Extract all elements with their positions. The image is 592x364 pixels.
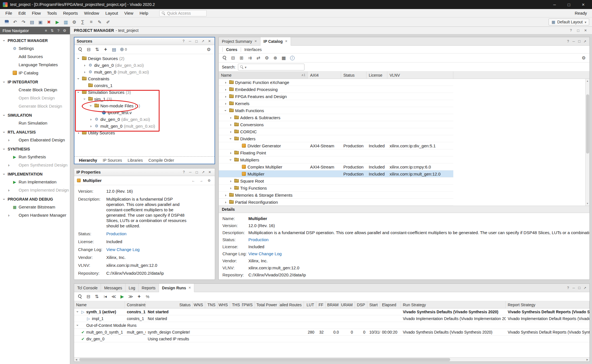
- sources-tab[interactable]: Compile Order: [146, 157, 177, 164]
- expand-arrow-icon[interactable]: [229, 151, 233, 155]
- redo-icon[interactable]: [20, 19, 27, 26]
- copy-icon[interactable]: [37, 19, 44, 26]
- flow-nav-entry[interactable]: Run Synthesis: [0, 153, 70, 161]
- column-header[interactable]: Name: [74, 301, 125, 308]
- help-icon[interactable]: [181, 170, 187, 175]
- expand-arrow-icon[interactable]: [229, 158, 233, 162]
- column-header[interactable]: Run Strategy: [401, 301, 506, 308]
- maximize-icon[interactable]: [575, 28, 581, 33]
- source-tree-row[interactable]: Design Sources (2): [74, 55, 215, 62]
- horizontal-scrollbar[interactable]: [74, 357, 589, 361]
- source-tree-row[interactable]: Simulation Sources (3): [74, 89, 215, 96]
- expand-arrow-icon[interactable]: [77, 77, 80, 81]
- source-tree-row[interactable]: mult_gen_0 (mult_gen_0.xci): [74, 68, 215, 75]
- bottom-tab[interactable]: Tcl Console: [74, 284, 101, 292]
- column-header[interactable]: TNS: [205, 301, 218, 308]
- minimize-icon[interactable]: [549, 0, 560, 9]
- expand-arrow-icon[interactable]: [77, 90, 80, 94]
- expand-arrow-icon[interactable]: [224, 87, 227, 92]
- editor-tab[interactable]: IP Catalog: [260, 37, 291, 46]
- expand-arrow-icon[interactable]: [224, 80, 227, 85]
- close-icon[interactable]: [583, 28, 588, 33]
- column-header[interactable]: THS: [230, 301, 242, 308]
- ip-catalog-row[interactable]: Complex Multiplier AXI4-Stream Productio…: [219, 163, 453, 170]
- help-icon[interactable]: [568, 28, 574, 33]
- grid-view-icon[interactable]: [280, 54, 288, 61]
- float-icon[interactable]: [200, 39, 206, 44]
- step-back-icon[interactable]: [101, 293, 109, 300]
- menu-item[interactable]: Help: [136, 9, 151, 17]
- source-tree-row[interactable]: Constraints: [74, 75, 215, 82]
- ip-search-input[interactable]: [247, 65, 302, 69]
- scrollbar-thumb[interactable]: [79, 358, 450, 361]
- column-header-name[interactable]: Name ∧1: [219, 72, 308, 79]
- column-header-vlnv[interactable]: VLNV: [387, 72, 453, 79]
- add-icon[interactable]: [135, 293, 143, 300]
- source-tree-row[interactable]: sim_1 (3): [74, 96, 215, 102]
- compare-icon[interactable]: [255, 54, 262, 61]
- column-header[interactable]: DSP: [355, 301, 367, 308]
- collapse-all-icon[interactable]: [85, 46, 92, 53]
- ip-catalog-row[interactable]: Conversions: [219, 121, 453, 128]
- close-icon[interactable]: [207, 39, 212, 44]
- column-header-status[interactable]: Status: [341, 72, 366, 79]
- column-header[interactable]: FF: [316, 301, 326, 308]
- column-header[interactable]: Constraints: [125, 301, 146, 308]
- flow-nav-entry[interactable]: Open Block Design: [0, 94, 70, 102]
- journal-icon[interactable]: [28, 19, 36, 26]
- expand-arrow-icon[interactable]: [76, 310, 79, 314]
- expand-arrow-icon[interactable]: [229, 130, 233, 134]
- column-header[interactable]: Status: [146, 301, 193, 308]
- close-tab-icon[interactable]: [188, 286, 191, 290]
- expand-arrow-icon[interactable]: [229, 137, 233, 141]
- rewind-icon[interactable]: [110, 293, 118, 300]
- next-icon[interactable]: [198, 178, 204, 183]
- expand-all-icon[interactable]: [93, 46, 101, 53]
- flow-nav-entry[interactable]: SYNTHESIS: [0, 144, 70, 153]
- catalog-subtab[interactable]: Cores: [222, 47, 241, 52]
- column-header[interactable]: Elapsed: [380, 301, 401, 308]
- ip-catalog-row[interactable]: Partial Reconfiguration: [219, 199, 453, 206]
- run-icon[interactable]: [118, 293, 126, 300]
- edit-icon[interactable]: [96, 19, 103, 26]
- design-run-row[interactable]: mult_gen_0_synth_1 mult_gen_0 synth_desi…: [74, 329, 589, 336]
- ip-catalog-row[interactable]: Embedded Processing: [219, 86, 453, 93]
- sources-tab[interactable]: Hierarchy: [76, 157, 100, 164]
- minimize-icon[interactable]: [187, 170, 193, 175]
- previous-icon[interactable]: [191, 178, 196, 183]
- expand-arrow-icon[interactable]: [77, 56, 80, 61]
- sigma-icon[interactable]: [79, 19, 87, 26]
- expand-arrow-icon[interactable]: [229, 186, 233, 190]
- flow-nav-entry[interactable]: IP Catalog: [0, 69, 70, 77]
- bottom-tab[interactable]: Log: [125, 284, 138, 292]
- flow-nav-entry[interactable]: Run Implementation: [0, 178, 70, 186]
- source-tree-row[interactable]: Non-module Files (1): [74, 102, 215, 109]
- flow-nav-entry[interactable]: Run Simulation: [0, 119, 70, 127]
- save-icon[interactable]: [3, 19, 10, 26]
- settings-icon[interactable]: [205, 46, 213, 53]
- quick-access-search[interactable]: Quick Access: [159, 10, 207, 16]
- field-value[interactable]: View Change Log: [248, 251, 282, 256]
- expand-all-icon[interactable]: [93, 293, 101, 300]
- info-icon[interactable]: [288, 54, 296, 61]
- flow-nav-entry[interactable]: SIMULATION: [0, 110, 70, 119]
- customize-icon[interactable]: [263, 54, 271, 61]
- flow-nav-entry[interactable]: Language Templates: [0, 61, 70, 69]
- vertical-scrollbar[interactable]: [585, 79, 589, 206]
- scroll-right-icon[interactable]: [585, 358, 589, 361]
- ip-catalog-row[interactable]: Multipliers: [219, 156, 453, 163]
- flow-nav-entry[interactable]: Open Hardware Manager: [0, 211, 70, 219]
- layout-selector[interactable]: Default Layout: [549, 19, 589, 25]
- add-icon[interactable]: [102, 46, 109, 53]
- help-icon[interactable]: [565, 39, 571, 44]
- menu-item[interactable]: Flow: [29, 9, 44, 17]
- column-header-axi4[interactable]: AXI4: [308, 72, 341, 79]
- menu-item[interactable]: File: [2, 9, 15, 17]
- flow-nav-entry[interactable]: PROGRAM AND DEBUG: [0, 194, 70, 203]
- settings-icon[interactable]: [62, 28, 67, 34]
- flow-nav-entry[interactable]: PROJECT MANAGER: [0, 35, 70, 44]
- ip-catalog-row[interactable]: Trig Functions: [219, 185, 453, 192]
- catalog-subtab[interactable]: Interfaces: [241, 47, 265, 52]
- scroll-left-icon[interactable]: [74, 358, 78, 361]
- expand-arrow-icon[interactable]: [224, 108, 227, 113]
